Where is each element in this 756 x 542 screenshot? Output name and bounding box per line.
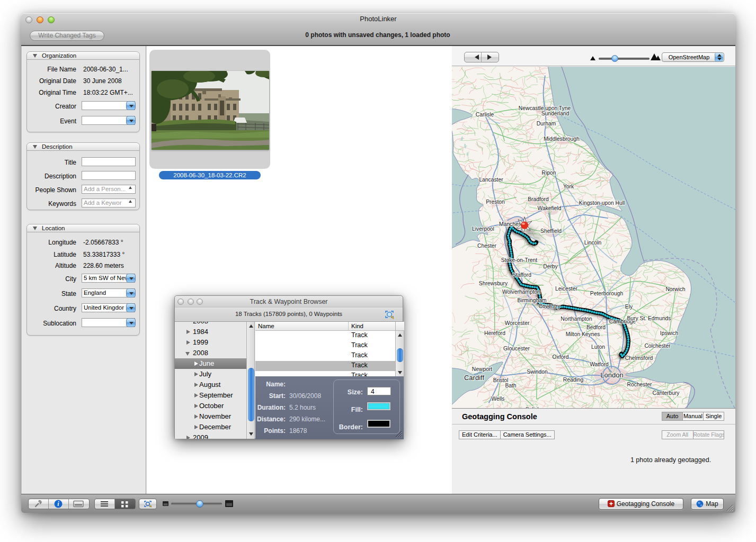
svg-text:Ipswich: Ipswich bbox=[660, 330, 679, 336]
svg-text:Swindon: Swindon bbox=[527, 369, 548, 375]
svg-text:Middlesbrough: Middlesbrough bbox=[544, 136, 580, 142]
svg-text:Cardiff: Cardiff bbox=[464, 374, 484, 382]
svg-text:Bath: Bath bbox=[505, 383, 516, 389]
svg-text:London: London bbox=[600, 371, 623, 379]
svg-text:Peterborough: Peterborough bbox=[590, 291, 624, 296]
svg-text:Reading: Reading bbox=[563, 377, 584, 383]
svg-text:Derby: Derby bbox=[543, 264, 558, 269]
svg-text:Durham: Durham bbox=[537, 121, 556, 127]
svg-text:Lincoln: Lincoln bbox=[584, 240, 602, 246]
svg-text:Worcester: Worcester bbox=[505, 320, 530, 326]
svg-text:Wolverhampton: Wolverhampton bbox=[502, 289, 540, 295]
svg-text:Liverpool: Liverpool bbox=[472, 226, 494, 232]
svg-text:York: York bbox=[563, 184, 574, 189]
svg-text:Leicester: Leicester bbox=[555, 286, 577, 292]
svg-text:Bradford: Bradford bbox=[528, 196, 549, 202]
svg-text:Bury St. Edmunds: Bury St. Edmunds bbox=[627, 315, 671, 321]
svg-text:Rochester: Rochester bbox=[627, 382, 653, 387]
svg-text:Newport: Newport bbox=[472, 366, 492, 372]
svg-text:Chester: Chester bbox=[477, 243, 497, 249]
svg-text:Canterbury: Canterbury bbox=[653, 390, 680, 396]
svg-text:Colchester: Colchester bbox=[644, 343, 671, 349]
svg-text:Stoke-on-Trent: Stoke-on-Trent bbox=[501, 257, 537, 263]
svg-text:Coventry: Coventry bbox=[538, 303, 561, 309]
svg-text:Watford: Watford bbox=[590, 362, 609, 367]
svg-text:Norwich: Norwich bbox=[665, 286, 685, 292]
svg-text:Luton: Luton bbox=[591, 344, 605, 350]
svg-text:Wakefield: Wakefield bbox=[538, 205, 562, 211]
svg-text:Northampton: Northampton bbox=[561, 316, 592, 322]
svg-text:Preston: Preston bbox=[486, 199, 505, 205]
svg-text:Shrewsbury: Shrewsbury bbox=[479, 281, 508, 286]
svg-text:Kingston upon Hull: Kingston upon Hull bbox=[579, 200, 625, 206]
svg-text:Lancaster: Lancaster bbox=[479, 177, 503, 183]
svg-text:Ripon: Ripon bbox=[542, 170, 556, 176]
svg-text:Sunderland: Sunderland bbox=[541, 111, 570, 116]
svg-text:Wells: Wells bbox=[492, 396, 505, 402]
svg-text:Sheffield: Sheffield bbox=[540, 228, 562, 234]
svg-text:Oxford: Oxford bbox=[553, 354, 569, 360]
svg-text:Carlisle: Carlisle bbox=[476, 112, 494, 118]
svg-text:Ely: Ely bbox=[625, 304, 633, 310]
svg-text:Salisbury: Salisbury bbox=[526, 406, 548, 408]
svg-text:Bedford: Bedford bbox=[586, 324, 606, 330]
svg-text:Chelmsford: Chelmsford bbox=[625, 355, 653, 361]
svg-text:Stafford: Stafford bbox=[512, 272, 531, 278]
svg-text:Gloucester: Gloucester bbox=[503, 346, 530, 351]
svg-text:Milton Keynes: Milton Keynes bbox=[566, 331, 600, 337]
svg-text:Hereford: Hereford bbox=[484, 330, 505, 336]
svg-text:Birmingham: Birmingham bbox=[518, 297, 547, 303]
